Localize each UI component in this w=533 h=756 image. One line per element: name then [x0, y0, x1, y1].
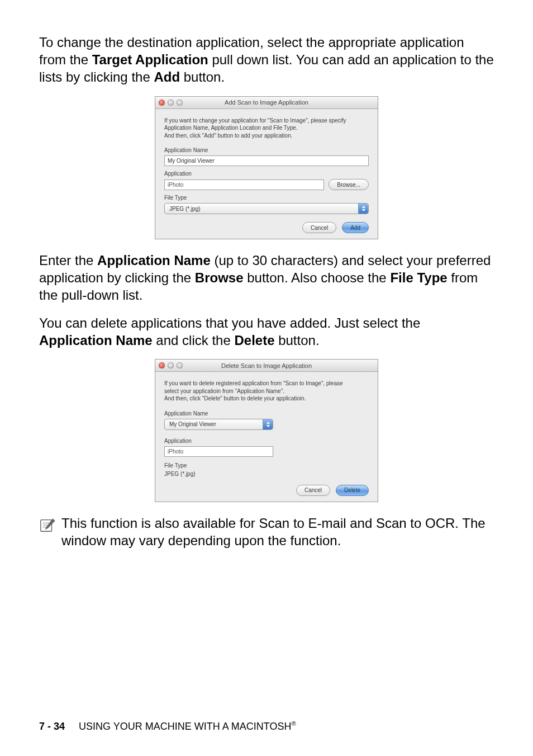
button-row: Cancel Add — [164, 222, 369, 233]
text: button. — [275, 333, 320, 348]
application-name-pulldown[interactable]: My Original Viewer — [164, 419, 273, 430]
paragraph-enter-name: Enter the Application Name (up to 30 cha… — [39, 252, 494, 304]
application-name-value: My Original Viewer — [169, 421, 216, 427]
titlebar: Delete Scan to Image Application — [155, 360, 378, 372]
delete-button[interactable]: Delete — [336, 485, 369, 496]
zoom-icon — [177, 100, 183, 106]
application-row: Browse... — [164, 179, 369, 190]
add-button[interactable]: Add — [342, 222, 369, 233]
label-file-type: File Type — [164, 195, 369, 201]
titlebar: Add Scan to Image Application — [155, 97, 378, 109]
close-icon[interactable] — [159, 362, 165, 368]
dialog-add: Add Scan to Image Application If you wan… — [155, 96, 378, 240]
text: button. — [180, 69, 225, 84]
file-type-value: JPEG (*.jpg) — [169, 206, 201, 212]
instructions-text: If you want to delete registered applica… — [164, 380, 369, 403]
file-type-pulldown[interactable]: JPEG (*.jpg) — [164, 203, 369, 214]
bold-add: Add — [154, 69, 180, 84]
cancel-button[interactable]: Cancel — [296, 485, 330, 496]
page-footer: 7 - 34 USING YOUR MACHINE WITH A MACINTO… — [39, 720, 296, 733]
registered-mark: ® — [291, 720, 296, 727]
zoom-icon — [177, 362, 183, 368]
dialog-delete: Delete Scan to Image Application If you … — [155, 359, 378, 502]
page-number: 7 - 34 — [39, 721, 65, 732]
dialog-body: If you want to delete registered applica… — [155, 372, 378, 502]
browse-button[interactable]: Browse... — [329, 179, 369, 190]
application-name-input[interactable] — [164, 155, 369, 166]
note-row: This function is also available for Scan… — [39, 514, 494, 549]
text: and click the — [153, 333, 235, 348]
footer-spacer — [68, 721, 76, 732]
bold-target-application: Target Application — [92, 52, 208, 67]
cancel-button[interactable]: Cancel — [302, 222, 336, 233]
chevron-updown-icon — [358, 204, 368, 214]
bold-browse: Browse — [195, 270, 244, 285]
application-display — [164, 179, 324, 190]
dialog-add-wrap: Add Scan to Image Application If you wan… — [39, 96, 494, 240]
footer-chapter: USING YOUR MACHINE WITH A MACINTOSH — [79, 721, 291, 732]
dialog-title: Add Scan to Image Application — [155, 99, 378, 106]
note-text: This function is also available for Scan… — [61, 514, 494, 549]
dialog-title: Delete Scan to Image Application — [155, 362, 378, 369]
paragraph-intro: To change the destination application, s… — [39, 34, 494, 86]
file-type-static: JPEG (*.jpg) — [164, 471, 369, 477]
close-icon[interactable] — [159, 100, 165, 106]
text: button. Also choose the — [244, 270, 391, 285]
label-application: Application — [164, 438, 369, 444]
button-row: Cancel Delete — [164, 485, 369, 496]
paragraph-delete: You can delete applications that you hav… — [39, 314, 494, 349]
dialog-delete-wrap: Delete Scan to Image Application If you … — [39, 359, 494, 502]
minimize-icon — [168, 100, 174, 106]
note-pencil-icon — [39, 517, 56, 533]
text: You can delete applications that you hav… — [39, 315, 420, 330]
bold-application-name: Application Name — [97, 253, 211, 268]
label-application-name: Application Name — [164, 147, 369, 153]
minimize-icon — [168, 362, 174, 368]
bold-application-name-2: Application Name — [39, 333, 153, 348]
chevron-updown-icon — [263, 419, 273, 429]
text: Enter the — [39, 253, 97, 268]
dialog-body: If you want to change your application f… — [155, 109, 378, 239]
label-application-name: Application Name — [164, 410, 369, 417]
label-file-type: File Type — [164, 462, 369, 469]
bold-delete: Delete — [234, 333, 274, 348]
label-application: Application — [164, 171, 369, 177]
application-display — [164, 446, 273, 457]
bold-file-type: File Type — [390, 270, 447, 285]
instructions-text: If you want to change your application f… — [164, 117, 369, 140]
